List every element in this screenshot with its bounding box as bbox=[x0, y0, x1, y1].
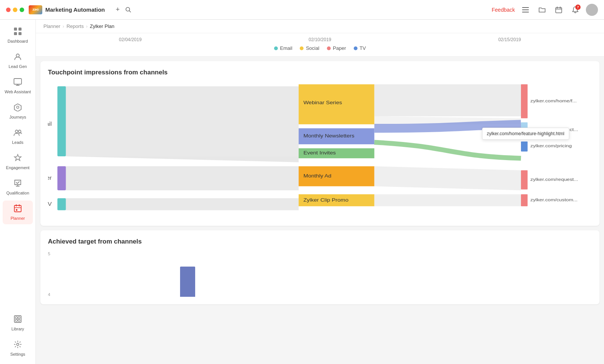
legend-email: Email bbox=[274, 45, 293, 51]
search-button[interactable] bbox=[123, 5, 134, 15]
svg-rect-23 bbox=[18, 317, 20, 319]
svg-marker-15 bbox=[14, 104, 21, 111]
svg-rect-4 bbox=[522, 12, 529, 12]
chart-legend: Email Social Paper TV bbox=[43, 45, 596, 51]
notification-badge: 7 bbox=[575, 5, 581, 10]
sidebar-label-engagement: Engagement bbox=[6, 165, 29, 170]
touchpoint-section: Touchpoint impressions from channels bbox=[40, 61, 599, 226]
svg-point-13 bbox=[16, 54, 19, 57]
svg-rect-14 bbox=[14, 79, 22, 84]
svg-text:Monthly Ad: Monthly Ad bbox=[304, 173, 331, 179]
achieved-section: Achieved target from channels 5 4 bbox=[40, 230, 599, 304]
sidebar-item-web-assistant[interactable]: Web Assistant bbox=[3, 74, 33, 98]
zoho-logo: ZOHO bbox=[29, 5, 42, 14]
sidebar-item-qualification[interactable]: Qualification bbox=[3, 175, 33, 199]
notification-icon[interactable]: 7 bbox=[569, 4, 581, 16]
sidebar-item-dashboard[interactable]: Dashboard bbox=[3, 23, 33, 47]
sidebar-label-library: Library bbox=[11, 327, 24, 331]
legend-tv: TV bbox=[354, 45, 366, 51]
legend-paper: Paper bbox=[327, 45, 346, 51]
svg-rect-25 bbox=[18, 319, 20, 321]
date-1: 02/04/2019 bbox=[119, 37, 142, 42]
svg-rect-5 bbox=[556, 8, 562, 13]
user-avatar[interactable] bbox=[586, 4, 598, 16]
svg-text:Event Invites: Event Invites bbox=[304, 150, 336, 156]
svg-rect-35 bbox=[521, 84, 528, 118]
sidebar-label-journeys: Journeys bbox=[9, 115, 26, 119]
add-button[interactable]: + bbox=[112, 5, 123, 15]
breadcrumb-reports[interactable]: Reports bbox=[66, 23, 84, 29]
breadcrumb-sep-1: › bbox=[63, 23, 64, 29]
svg-rect-27 bbox=[57, 86, 66, 156]
svg-line-1 bbox=[129, 11, 131, 12]
timeline-dates: 02/04/2019 02/10/2019 02/15/2019 bbox=[43, 37, 596, 42]
legend-social: Social bbox=[300, 45, 319, 51]
svg-point-17 bbox=[15, 130, 18, 133]
leads-icon bbox=[14, 128, 22, 139]
journeys-icon bbox=[14, 103, 22, 113]
svg-text:Monthly Newsletters: Monthly Newsletters bbox=[304, 133, 354, 139]
sidebar-item-settings[interactable]: Settings bbox=[3, 336, 33, 360]
svg-text:Email: Email bbox=[48, 121, 52, 127]
sidebar: Dashboard Lead Gen Web Assistant Journey… bbox=[0, 20, 36, 364]
sidebar-label-leads: Leads bbox=[12, 140, 23, 145]
calendar-icon[interactable] bbox=[553, 4, 565, 16]
titlebar: ZOHO Marketing Automation + Feedback 7 bbox=[0, 0, 604, 20]
app-title: Marketing Automation bbox=[45, 6, 105, 13]
sidebar-label-dashboard: Dashboard bbox=[8, 39, 28, 43]
legend-dot-email bbox=[274, 46, 278, 50]
svg-text:Webinar Series: Webinar Series bbox=[304, 100, 342, 106]
date-2: 02/10/2019 bbox=[308, 37, 331, 42]
svg-rect-19 bbox=[14, 205, 21, 212]
svg-rect-39 bbox=[521, 194, 528, 206]
sidebar-item-planner[interactable]: Planner bbox=[3, 201, 33, 224]
titlebar-right: Feedback 7 bbox=[492, 4, 598, 16]
feedback-button[interactable]: Feedback bbox=[492, 7, 515, 13]
legend-label-tv: TV bbox=[360, 45, 366, 51]
svg-rect-9 bbox=[14, 28, 17, 31]
svg-rect-12 bbox=[18, 32, 22, 35]
svg-rect-20 bbox=[16, 209, 17, 211]
svg-point-18 bbox=[18, 130, 21, 133]
breadcrumb-planner[interactable]: Planner bbox=[43, 23, 60, 29]
sankey-chart: Email Paper TV Webinar Series Monthly Ne… bbox=[48, 82, 592, 218]
svg-rect-29 bbox=[57, 198, 66, 210]
engagement-icon bbox=[14, 154, 22, 164]
sidebar-item-lead-gen[interactable]: Lead Gen bbox=[3, 49, 33, 72]
tooltip-text: zylker.com/home/feature-highlight.html bbox=[487, 131, 564, 136]
svg-point-16 bbox=[17, 106, 19, 108]
svg-rect-24 bbox=[15, 319, 17, 321]
legend-label-paper: Paper bbox=[333, 45, 346, 51]
svg-rect-2 bbox=[522, 7, 529, 8]
library-icon bbox=[14, 315, 22, 325]
sidebar-label-settings: Settings bbox=[10, 352, 25, 356]
maximize-dot[interactable] bbox=[20, 8, 24, 12]
svg-text:zylker.com/home/f...: zylker.com/home/f... bbox=[530, 98, 576, 103]
sidebar-label-web-assistant: Web Assistant bbox=[5, 89, 31, 94]
close-dot[interactable] bbox=[6, 8, 11, 12]
svg-rect-3 bbox=[522, 9, 529, 10]
list-icon[interactable] bbox=[519, 4, 532, 16]
svg-text:zylker.com/request...: zylker.com/request... bbox=[530, 177, 578, 182]
svg-rect-11 bbox=[14, 32, 17, 35]
sidebar-item-engagement[interactable]: Engagement bbox=[3, 150, 33, 174]
svg-point-26 bbox=[17, 343, 19, 345]
sidebar-item-library[interactable]: Library bbox=[3, 311, 33, 335]
breadcrumb-current: Zylker Plan bbox=[90, 23, 114, 29]
dashboard-icon bbox=[14, 27, 22, 37]
minimize-dot[interactable] bbox=[13, 8, 17, 12]
date-3: 02/15/2019 bbox=[498, 37, 521, 42]
y-label-5: 5 bbox=[48, 251, 50, 256]
brand-logo-area: ZOHO Marketing Automation bbox=[29, 5, 105, 14]
folder-icon[interactable] bbox=[536, 4, 548, 16]
legend-dot-social bbox=[300, 46, 304, 50]
legend-dot-tv bbox=[354, 46, 357, 50]
sidebar-item-leads[interactable]: Leads bbox=[3, 125, 33, 148]
sidebar-item-journeys[interactable]: Journeys bbox=[3, 99, 33, 123]
svg-text:Zylker Clip Promo: Zylker Clip Promo bbox=[304, 197, 349, 203]
planner-icon bbox=[14, 204, 22, 214]
y-label-4: 4 bbox=[48, 292, 50, 297]
svg-text:zylker.com/pricing: zylker.com/pricing bbox=[530, 143, 572, 149]
legend-label-social: Social bbox=[306, 45, 319, 51]
svg-text:zylker.com/custom...: zylker.com/custom... bbox=[530, 197, 578, 202]
